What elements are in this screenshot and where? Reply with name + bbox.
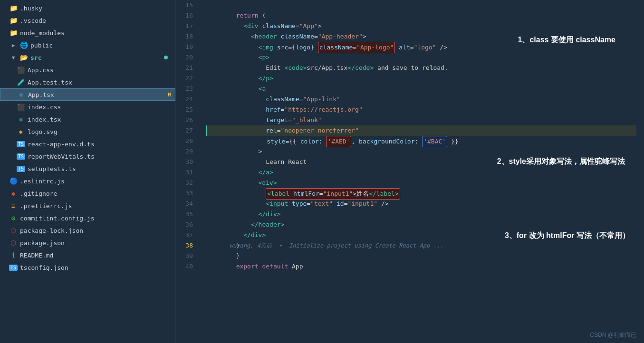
code-line-15: return ( <box>206 0 636 10</box>
sidebar-item-app-tsx[interactable]: ⚛ App.tsx M <box>0 88 175 101</box>
css-icon: ⬛ <box>17 103 25 111</box>
sidebar-item-label: .eslintrc.js <box>20 178 172 185</box>
sidebar-item-package-lock[interactable]: ⬡ package-lock.json <box>0 224 175 237</box>
code-line-33: <input type="text" id="input1" /> <box>206 188 636 199</box>
commitlint-icon: ⚙ <box>10 214 17 222</box>
sidebar-item-husky[interactable]: 📁 .husky <box>0 2 175 14</box>
line-numbers: 15 16 17 18 19 20 21 22 23 24 25 26 27 2… <box>176 0 199 343</box>
sidebar-item-label: package-lock.json <box>20 227 172 234</box>
sidebar-item-label: .prettierrc.js <box>20 202 172 210</box>
code-line-24: href="https://reactjs.org" <box>206 94 636 105</box>
sidebar: 📁 .husky 📁 .vscode 📁 node_modules ▶ 🌐 pu… <box>0 0 176 343</box>
folder-icon: 📁 <box>10 4 17 12</box>
sidebar-item-react-env[interactable]: TS react-app-env.d.ts <box>0 138 175 150</box>
modified-dot <box>164 56 168 59</box>
sidebar-item-label: index.tsx <box>28 116 172 123</box>
sidebar-item-eslint[interactable]: 🔵 .eslintrc.js <box>0 175 175 187</box>
annotation-style: 2、style采用对象写法，属性驼峰写法 <box>497 157 625 167</box>
code-line-32: <label htmlFor="input1">姓名</label> <box>206 178 636 188</box>
sidebar-item-src[interactable]: ▼ 📂 src <box>0 51 175 64</box>
sidebar-item-commitlint[interactable]: ⚙ commitlint.config.js <box>0 212 175 224</box>
code-content: return ( <div className="App"> <header c… <box>199 0 644 343</box>
sidebar-item-label: .vscode <box>20 17 172 24</box>
code-line-31: <div> <box>206 167 636 178</box>
code-line-17: <header className="App-header"> <box>206 21 636 31</box>
ts-icon: TS <box>10 264 17 271</box>
code-line-26: rel="noopener noreferrer" <box>206 115 636 125</box>
chevron-right-icon: ▶ <box>10 41 17 49</box>
sidebar-item-node-modules[interactable]: 📁 node_modules <box>0 27 175 39</box>
ts-icon: TS <box>17 152 25 160</box>
code-line-27: style={{ color: '#AED', backgroundColor:… <box>206 125 636 136</box>
sidebar-item-label: commitlint.config.js <box>20 215 172 222</box>
sidebar-item-public[interactable]: ▶ 🌐 public <box>0 39 175 51</box>
prettier-icon: ≡ <box>10 202 17 210</box>
annotation-class-name: 1、class 要使用 className <box>518 35 615 45</box>
git-icon: ◆ <box>10 190 17 197</box>
react-icon: ⚛ <box>17 115 25 123</box>
code-line-40 <box>206 261 636 272</box>
sidebar-item-label: index.css <box>28 104 172 111</box>
folder-icon: 📁 <box>10 29 17 37</box>
sidebar-item-logo-svg[interactable]: ✱ logo.svg <box>0 125 175 138</box>
sidebar-item-app-test[interactable]: 🧪 App.test.tsx <box>0 76 175 88</box>
npm-icon: ⬡ <box>10 239 17 247</box>
sidebar-item-label: react-app-env.d.ts <box>28 141 172 148</box>
code-line-20: Edit <code>src/App.tsx</code> and save t… <box>206 52 636 63</box>
sidebar-item-report-web-vitals[interactable]: TS reportWebVitals.ts <box>0 150 175 162</box>
css-icon: ⬛ <box>17 66 25 74</box>
sidebar-item-label: .husky <box>20 5 172 12</box>
folder-src-icon: 📂 <box>20 54 28 61</box>
sidebar-item-label: src <box>30 54 172 61</box>
code-line-38: } wuyang, 4天前 • Initialize project using… <box>206 240 636 251</box>
info-icon: ℹ <box>10 251 17 259</box>
ts-icon: TS <box>17 165 25 172</box>
code-line-35: </header> <box>206 209 636 219</box>
sidebar-item-index-tsx[interactable]: ⚛ index.tsx <box>0 113 175 125</box>
sidebar-item-vscode[interactable]: 📁 .vscode <box>0 14 175 27</box>
modified-badge: M <box>168 92 171 98</box>
sidebar-item-label: .gitignore <box>20 190 172 197</box>
sidebar-item-label: node_modules <box>20 29 172 37</box>
code-line-16: <div className="App"> <box>206 10 636 21</box>
sidebar-item-label: setupTests.ts <box>28 165 172 172</box>
sidebar-item-gitignore[interactable]: ◆ .gitignore <box>0 187 175 200</box>
chevron-down-icon: ▼ <box>10 54 17 61</box>
sidebar-item-label: reportWebVitals.ts <box>28 153 172 160</box>
sidebar-item-app-css[interactable]: ⬛ App.css <box>0 64 175 76</box>
test-icon: 🧪 <box>17 78 25 86</box>
code-line-36: </div> <box>206 219 636 230</box>
watermark: CSDN @礼貌而已 <box>590 331 636 339</box>
react-icon: ⚛ <box>18 91 25 98</box>
code-line-29: Learn React <box>206 146 636 157</box>
sidebar-item-index-css[interactable]: ⬛ index.css <box>0 101 175 113</box>
eslint-icon: 🔵 <box>10 177 17 185</box>
code-line-39: export default App <box>206 251 636 261</box>
globe-icon: 🌐 <box>20 41 28 49</box>
code-line-28: > <box>206 136 636 146</box>
code-line-21: </p> <box>206 63 636 73</box>
sidebar-item-tsconfig[interactable]: TS tsconfig.json <box>0 261 175 274</box>
sidebar-item-setup-tests[interactable]: TS setupTests.ts <box>0 162 175 175</box>
code-container: 15 16 17 18 19 20 21 22 23 24 25 26 27 2… <box>176 0 644 343</box>
sidebar-item-label: App.test.tsx <box>28 79 172 86</box>
sidebar-item-package[interactable]: ⬡ package.json <box>0 237 175 249</box>
code-line-34: </div> <box>206 199 636 209</box>
annotation-html-for: 3、for 改为 htmlFor 写法（不常用） <box>505 231 630 241</box>
code-line-23: className="App-link" <box>206 84 636 94</box>
ts-icon: TS <box>17 140 25 148</box>
code-area: 15 16 17 18 19 20 21 22 23 24 25 26 27 2… <box>176 0 644 343</box>
svg-icon: ✱ <box>17 128 25 135</box>
sidebar-item-label: tsconfig.json <box>20 264 172 271</box>
sidebar-item-readme[interactable]: ℹ README.md <box>0 249 175 261</box>
code-line-25: target="_blank" <box>206 105 636 115</box>
sidebar-item-prettier[interactable]: ≡ .prettierrc.js <box>0 200 175 212</box>
sidebar-item-label: logo.svg <box>28 128 172 135</box>
sidebar-item-label: README.md <box>20 252 172 259</box>
sidebar-item-label: package.json <box>20 239 172 247</box>
sidebar-item-label: public <box>30 42 172 49</box>
folder-icon: 📁 <box>10 17 17 24</box>
npm-icon: ⬡ <box>10 227 17 234</box>
sidebar-item-label: App.css <box>28 67 172 74</box>
sidebar-item-label: App.tsx <box>28 91 165 98</box>
